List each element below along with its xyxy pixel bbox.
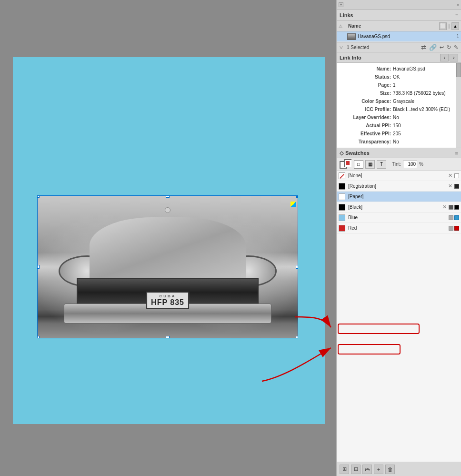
link-info-scrollbar[interactable] [456, 63, 461, 148]
info-layer-label: Layer Overrides: [341, 114, 393, 121]
handle-mr[interactable] [296, 265, 298, 269]
link-thumbnail [347, 33, 356, 40]
link-page: 1 [453, 34, 459, 39]
collapse-icon[interactable]: » [457, 2, 459, 7]
swatch-reg-x: ✕ [447, 183, 453, 189]
update-link-icon[interactable]: ↻ [447, 44, 451, 51]
link-row[interactable]: HavanaGS.psd 1 [337, 31, 461, 42]
handle-bl[interactable] [37, 336, 40, 338]
solid-mode-btn[interactable]: □ [354, 160, 363, 169]
swatch-actions-registration: ✕ [447, 183, 459, 189]
swatch-paper[interactable]: [Paper] [337, 192, 461, 202]
color-spot [291, 202, 296, 207]
folder-btn[interactable]: 🗁 [362, 465, 372, 474]
go-to-link-icon[interactable]: ↩ [440, 44, 444, 51]
swatch-mini-black2 [454, 205, 459, 210]
info-status-value: OK [393, 73, 457, 81]
swatches-menu-icon[interactable]: ≡ [455, 150, 458, 156]
info-status-row: Status: OK [337, 73, 461, 81]
swatch-mini-black1 [449, 205, 453, 210]
swatch-blue[interactable]: Blue [337, 213, 461, 223]
selected-actions: ⇄ 🔗 ↩ ↻ ✎ [421, 44, 458, 51]
name-col-header: Name [348, 23, 437, 29]
swatch-actions-none: ✕ [447, 172, 459, 179]
col-icons: ⬜ | ▲ [439, 22, 459, 30]
col-icon-doc[interactable]: ⬜ [439, 22, 447, 30]
link-info-title: Link Info [340, 55, 361, 61]
swatch-color-blue [339, 214, 345, 221]
links-list: HavanaGS.psd 1 [337, 31, 461, 42]
bottom-toolbar: ⊞ ⊟ 🗁 + 🗑 [337, 462, 461, 476]
car-image [38, 196, 298, 338]
link-icon[interactable]: 🔗 [429, 44, 437, 51]
info-actualppi-label: Actual PPI: [341, 122, 393, 129]
selected-chevron: ▽ [340, 45, 343, 50]
selected-bar: ▽ 1 Selected ⇄ 🔗 ↩ ↻ ✎ [337, 42, 461, 52]
swatch-none[interactable]: [None] ✕ [337, 171, 461, 181]
delete-swatch-btn[interactable]: 🗑 [385, 465, 395, 474]
handle-bm[interactable] [166, 336, 170, 338]
handle-tm[interactable] [166, 195, 170, 198]
handle-ml[interactable] [37, 265, 40, 269]
swatch-actions-blue [449, 215, 459, 220]
info-layer-value: No [393, 114, 457, 121]
prev-link-btn[interactable]: ‹ [440, 54, 449, 61]
handle-br[interactable] [296, 336, 298, 338]
col-icon-sort[interactable]: ▲ [451, 22, 459, 30]
fill-stroke-indicator [340, 159, 352, 170]
info-colorspace-label: Color Space: [341, 98, 393, 105]
swatches-chevron: ◇ [340, 150, 343, 156]
info-actualppi-row: Actual PPI: 150 [337, 122, 461, 130]
info-icc-row: ICC Profile: Black I...ted v2 300% (ECI) [337, 105, 461, 113]
show-all-btn[interactable]: ⊞ [340, 465, 349, 474]
swatch-black[interactable]: [Black] ✕ [337, 202, 461, 213]
stroke-box[interactable] [344, 159, 351, 167]
gradient-mode-btn[interactable]: ▦ [365, 160, 375, 169]
swatches-title-text: Swatches [345, 150, 370, 156]
handle-tr[interactable] [296, 195, 298, 198]
swatch-mini-red2 [454, 226, 459, 231]
titlebar-left: × [339, 2, 343, 7]
swatch-registration[interactable]: [Registration] ✕ [337, 181, 461, 192]
warning-col-header: ⚠ [339, 24, 346, 29]
swatches-header: ◇ Swatches ≡ [337, 148, 461, 158]
link-info-header: Link Info ‹ › [337, 52, 461, 63]
links-menu-icon[interactable]: ≡ [455, 12, 458, 18]
swatch-name-registration: [Registration] [348, 183, 444, 189]
edit-icon[interactable]: ✎ [454, 44, 458, 51]
swatch-name-blue: Blue [348, 215, 446, 220]
swatch-name-red: Red [348, 225, 446, 231]
tint-input[interactable] [403, 161, 417, 168]
links-columns: ⚠ Name ⬜ | ▲ [337, 21, 461, 31]
info-effectiveppi-row: Effective PPI: 205 [337, 130, 461, 138]
info-transparency-label: Transparency: [341, 138, 393, 145]
info-actualppi-value: 150 [393, 122, 457, 129]
link-filename: HavanaGS.psd [358, 34, 451, 39]
info-name-label: Name: [341, 65, 393, 72]
links-title: Links [340, 12, 353, 18]
swatch-mini-blue1 [449, 215, 453, 220]
link-info-nav: ‹ › [440, 54, 458, 61]
swatch-name-paper: [Paper] [348, 194, 456, 199]
relink-icon[interactable]: ⇄ [421, 44, 426, 51]
swatch-actions-black: ✕ [441, 204, 459, 210]
handle-tl[interactable] [37, 195, 40, 198]
tint-pct: % [419, 162, 423, 167]
info-transparency-value: No [393, 138, 457, 145]
image-frame[interactable]: CUBA HFP 835 [37, 195, 298, 338]
swatch-red[interactable]: Red [337, 223, 461, 233]
info-colorspace-value: Grayscale [393, 98, 457, 105]
swatch-black-x: ✕ [441, 204, 448, 210]
add-swatch-btn[interactable]: + [374, 465, 383, 474]
info-layer-row: Layer Overrides: No [337, 113, 461, 122]
show-used-btn[interactable]: ⊟ [351, 465, 361, 474]
links-panel-header: Links ≡ [337, 10, 461, 21]
close-button[interactable]: × [339, 2, 343, 7]
swatch-mini-none [454, 173, 459, 178]
link-info-scroll-thumb[interactable] [456, 63, 461, 77]
info-effectiveppi-label: Effective PPI: [341, 130, 393, 137]
text-mode-btn[interactable]: T [377, 160, 386, 169]
next-link-btn[interactable]: › [450, 54, 458, 61]
tint-label: Tint: [392, 162, 401, 167]
selected-count: 1 Selected [347, 45, 417, 50]
